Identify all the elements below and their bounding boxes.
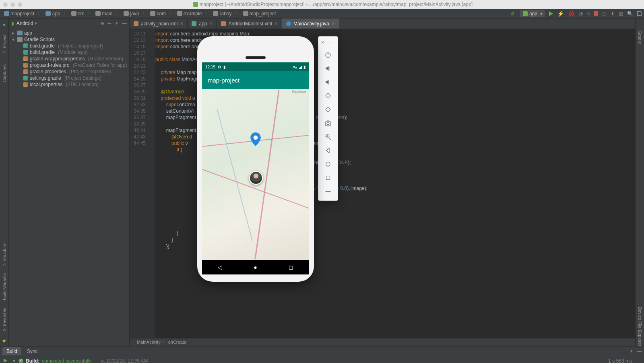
attach-icon[interactable]: ⎋ [587, 11, 590, 16]
editor-tab[interactable]: AndroidManifest.xml✕ [217, 19, 282, 29]
emu-power-icon[interactable] [320, 48, 336, 61]
build-hide-icon[interactable]: — [637, 349, 642, 354]
project-view-dropdown[interactable]: Android [17, 21, 37, 26]
bc-src[interactable]: src [70, 10, 86, 17]
emu-min-icon[interactable]: — [327, 40, 331, 45]
map-label-stockton: Stockton [292, 90, 306, 94]
svg-rect-12 [326, 176, 330, 180]
sync-icon[interactable]: ↺ [510, 11, 516, 16]
editor-tabs: activity_main.xml✕app✕AndroidManifest.xm… [130, 19, 635, 29]
map-view[interactable]: Stockton [202, 89, 309, 260]
map-pin-icon [250, 132, 261, 147]
mac-titlebar: mapproject [~/AndroidStudioProjects/mapp… [0, 0, 644, 9]
svg-rect-3 [326, 93, 331, 99]
svg-point-0 [254, 135, 258, 140]
right-tool-strip: Gradle Device File Explorer [635, 19, 644, 346]
window-title: mapproject [~/AndroidStudioProjects/mapp… [200, 2, 473, 7]
build-root[interactable]: ▾Build: completed successfully at 10/22/… [10, 358, 644, 363]
gear-icon[interactable]: ✴ [115, 21, 119, 26]
tree-file[interactable]: gradle-wrapper.properties(Gradle Version… [9, 56, 129, 62]
nav-recent-icon[interactable]: ◻ [289, 264, 293, 270]
mac-close[interactable] [3, 2, 8, 7]
run-config-selector[interactable]: app [520, 10, 545, 17]
emu-screenshot-icon[interactable] [320, 117, 336, 130]
tool-captures[interactable]: Captures [2, 64, 7, 82]
bc-example[interactable]: example [175, 10, 203, 17]
svg-rect-4 [326, 107, 331, 112]
emu-close-icon[interactable]: ✕ [321, 40, 324, 45]
tool-structure[interactable]: 7: Structure [2, 243, 7, 266]
run-button[interactable] [549, 11, 553, 16]
bc-app[interactable]: app [44, 10, 62, 17]
tree-app[interactable]: ▸app [9, 30, 129, 36]
tree-file[interactable]: proguard-rules.pro(ProGuard Rules for ap… [9, 62, 129, 68]
android-studio-icon [193, 2, 198, 7]
nav-toolbar: mapproject〉 app〉 src〉 main〉 java〉 com〉 e… [0, 9, 644, 19]
bc-mapproject[interactable]: mapproject [2, 10, 36, 17]
layout-icon[interactable]: ▥ [619, 11, 623, 16]
editor-tab[interactable]: activity_main.xml✕ [130, 19, 188, 29]
svg-point-11 [326, 162, 330, 167]
build-gear-icon[interactable]: ✴ [630, 349, 634, 354]
misc-icon[interactable] [637, 11, 642, 16]
emulator-window[interactable]: 12:19✿▮ ▾▴◢▮ map-project Stockton ◁ ● ◻ … [197, 36, 338, 282]
tree-file[interactable]: build.gradle(Project: mapproject) [9, 43, 129, 49]
tree-file[interactable]: settings.gradle(Project Settings) [9, 75, 129, 81]
build-tab-build[interactable]: Build [2, 347, 21, 355]
hide-icon[interactable]: — [122, 21, 127, 26]
emu-volume-up-icon[interactable] [320, 62, 336, 75]
scroll-from-icon[interactable]: ⊕ [100, 21, 104, 26]
collapse-icon[interactable]: ⇤ [107, 21, 111, 26]
android-navbar: ◁ ● ◻ [202, 260, 309, 274]
map-avatar-marker [249, 171, 263, 185]
mac-max[interactable] [18, 2, 22, 7]
build-rerun-icon[interactable] [4, 359, 7, 363]
android-statusbar: 12:19✿▮ ▾▴◢▮ [202, 62, 309, 71]
stop-button[interactable] [594, 11, 598, 16]
emu-more-icon[interactable] [320, 185, 336, 198]
tool-device-explorer[interactable]: Device File Explorer [638, 307, 642, 346]
bc-main[interactable]: main [94, 10, 114, 17]
search-icon[interactable]: 🔍 [627, 11, 633, 16]
phone-frame: 12:19✿▮ ▾▴◢▮ map-project Stockton ◁ ● ◻ [197, 36, 314, 282]
tree-file[interactable]: gradle.properties(Project Properties) [9, 68, 129, 75]
profiler-icon[interactable]: ◔ [579, 11, 583, 16]
emu-rotate-left-icon[interactable] [320, 89, 336, 102]
left-tool-strip: ● 1: Project Captures 7: Structure Build… [0, 19, 9, 346]
nav-back-icon[interactable]: ◁ [218, 264, 222, 270]
emu-overview-icon[interactable] [320, 171, 336, 184]
mac-min[interactable] [10, 2, 15, 7]
svg-point-6 [327, 122, 329, 125]
project-panel: ▮ Android ⊕ ⇤ ✴ — ▸app ▾Gradle Scripts b… [9, 19, 130, 346]
fav-star-icon: ★ [2, 338, 6, 344]
editor-tab[interactable]: MainActivity.java✕ [282, 19, 339, 29]
bc-raboy[interactable]: raboy [211, 10, 233, 17]
emu-back-icon[interactable] [320, 144, 336, 157]
bc-com[interactable]: com [149, 10, 167, 17]
tool-project[interactable]: 1: Project [2, 35, 7, 53]
tool-favorites[interactable]: 2: Favorites [2, 308, 7, 331]
emu-zoom-icon[interactable] [320, 130, 336, 143]
bc-mapproj[interactable]: map_project [242, 10, 278, 17]
editor-crumb[interactable]: MainActivity〉onCreate [130, 338, 635, 346]
android-appbar: map-project [202, 71, 309, 89]
debug-button[interactable]: 🐞 [568, 10, 575, 17]
build-tab-sync[interactable]: Sync [23, 347, 42, 355]
tool-build-variants[interactable]: Build Variants [2, 273, 7, 300]
tree-file[interactable]: local.properties(SDK Location) [9, 81, 129, 88]
emu-rotate-right-icon[interactable] [320, 103, 336, 116]
emu-volume-down-icon[interactable] [320, 76, 336, 89]
bc-java[interactable]: java [122, 10, 140, 17]
emulator-toolbar: ✕— [318, 36, 338, 201]
avd-icon[interactable]: ▢ [602, 11, 607, 16]
tree-file[interactable]: build.gradle(Module: app) [9, 49, 129, 56]
tool-gradle[interactable]: Gradle [638, 31, 642, 44]
nav-home-icon[interactable]: ● [254, 264, 257, 270]
editor-tab[interactable]: app✕ [188, 19, 217, 29]
emu-home-icon[interactable] [320, 158, 336, 171]
svg-point-14 [328, 191, 328, 192]
tree-gradle-scripts[interactable]: ▾Gradle Scripts [9, 36, 129, 43]
sdk-icon[interactable]: ⬇ [611, 11, 615, 16]
line-gutter: 10 11 12 13 14 15 16 17 18 19 20 21 22 2… [130, 29, 149, 338]
instant-run-icon[interactable]: ⚡ [557, 10, 564, 17]
